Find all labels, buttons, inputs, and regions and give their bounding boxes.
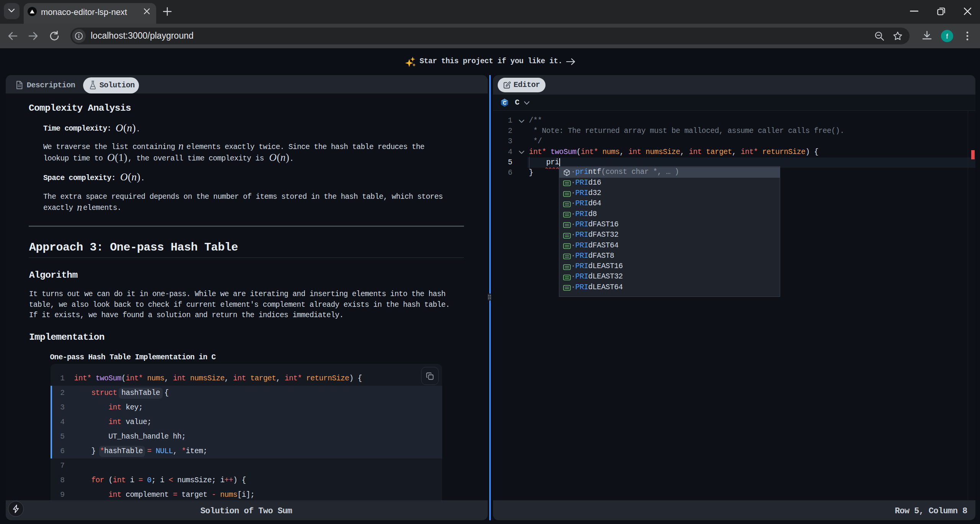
svg-text:C: C bbox=[503, 100, 506, 105]
